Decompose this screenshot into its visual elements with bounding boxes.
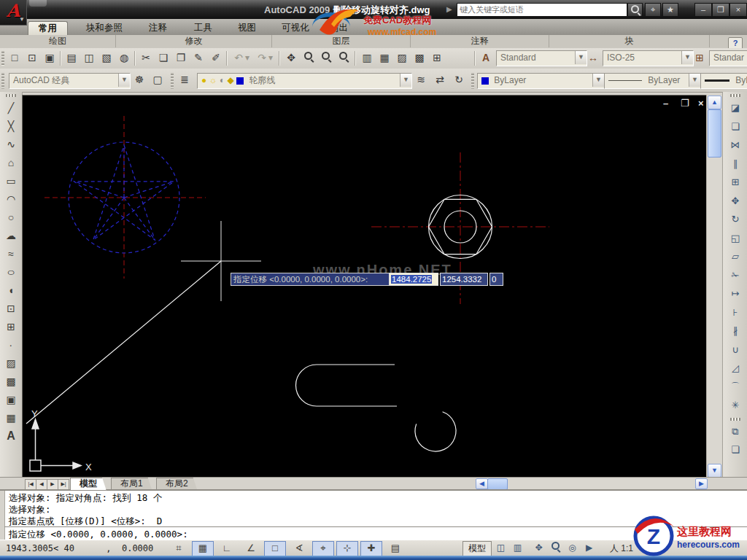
dim-style-icon[interactable] <box>585 50 601 66</box>
new-file-icon[interactable] <box>7 50 23 66</box>
polygon-icon[interactable] <box>3 154 19 172</box>
show-motion-icon[interactable] <box>581 541 597 555</box>
search-button[interactable] <box>627 3 643 17</box>
plot-icon[interactable] <box>63 50 80 66</box>
redo-dropdown-icon[interactable] <box>267 50 274 66</box>
match-properties-icon[interactable] <box>190 50 206 66</box>
ellipse-icon[interactable] <box>0 263 22 281</box>
copy-object-icon[interactable] <box>727 118 743 137</box>
break-icon[interactable] <box>727 322 743 341</box>
tab-tools[interactable]: 工具 <box>184 21 222 35</box>
layer-previous-icon[interactable] <box>432 72 448 88</box>
trim-icon[interactable] <box>727 267 743 286</box>
dropdown-arrow-icon[interactable]: ▼ <box>118 74 130 87</box>
tab-view[interactable]: 视图 <box>228 21 266 35</box>
linetype-dropdown[interactable]: ByLayer ▼ <box>604 73 701 89</box>
infocenter-search[interactable] <box>457 3 627 17</box>
communication-center-button[interactable]: ⌖ <box>645 3 661 17</box>
object-snap-tracking-toggle[interactable] <box>288 541 310 556</box>
drawing-area[interactable]: Y X www.nHome.NET 指定位移 <0.0000, 0.0000, … <box>22 95 708 478</box>
doc-minimize-button[interactable]: – <box>663 98 668 109</box>
line-entity[interactable] <box>26 261 221 424</box>
dropdown-arrow-icon[interactable]: ▼ <box>592 74 604 87</box>
stretch-icon[interactable] <box>727 248 743 267</box>
zoom-previous-icon[interactable] <box>336 50 352 66</box>
chamfer-icon[interactable] <box>727 359 743 378</box>
tab-model[interactable]: 模型 <box>70 478 107 491</box>
horizontal-scrollbar[interactable]: ◀ ▶ <box>476 478 708 489</box>
multiline-text-icon[interactable]: A <box>3 427 19 446</box>
lineweight-toggle[interactable] <box>360 541 382 556</box>
model-space-button[interactable]: 模型 <box>462 541 492 556</box>
designcenter-icon[interactable] <box>376 50 392 66</box>
table-style-dropdown[interactable]: Standar <box>709 50 747 66</box>
point-icon[interactable] <box>3 336 19 354</box>
vertical-scrollbar[interactable]: ▲ ▼ <box>706 95 721 477</box>
circle-icon[interactable] <box>3 209 19 227</box>
draworder-bring-front-icon[interactable] <box>727 423 743 442</box>
workspace-dropdown[interactable]: AutoCAD 经典 ▼ <box>9 73 131 89</box>
mirror-icon[interactable] <box>727 136 743 155</box>
grid-toggle[interactable] <box>192 541 214 556</box>
join-icon[interactable] <box>727 341 743 360</box>
tab-annotate[interactable]: 注释 <box>139 21 177 35</box>
color-dropdown[interactable]: ByLayer ▼ <box>477 73 605 89</box>
layer-viewport-icon[interactable]: ◐ <box>220 75 225 85</box>
object-snap-toggle[interactable] <box>264 541 286 556</box>
table-style-icon[interactable] <box>692 50 708 66</box>
scroll-right-button[interactable]: ▶ <box>695 478 708 489</box>
steering-wheel-icon[interactable] <box>565 541 580 555</box>
layer-thaw-icon[interactable]: ☼ <box>209 75 217 85</box>
extend-icon[interactable] <box>727 285 743 304</box>
scroll-left-button[interactable]: ◀ <box>476 478 488 489</box>
toolbar-grip[interactable] <box>1 73 4 89</box>
layer-on-bulb-icon[interactable]: ● <box>201 75 206 85</box>
gradient-icon[interactable] <box>3 373 19 391</box>
hatch-icon[interactable] <box>3 354 19 373</box>
minimize-button[interactable]: – <box>694 3 712 17</box>
dynamic-input-z[interactable]: 0 <box>489 273 503 286</box>
construction-line-icon[interactable] <box>3 117 19 136</box>
dynamic-ucs-toggle[interactable] <box>312 541 334 556</box>
snap-toggle[interactable] <box>168 541 190 556</box>
layer-dropdown[interactable]: ● ☼ ◐ ◆ 轮廓线 ▼ <box>197 73 412 89</box>
close-button[interactable]: × <box>729 3 747 17</box>
line-icon[interactable] <box>3 99 19 117</box>
workspace-save-icon[interactable] <box>150 72 166 88</box>
toolbar-grip[interactable] <box>1 51 4 66</box>
make-layer-current-icon[interactable] <box>413 72 429 88</box>
dynamic-input-toggle[interactable] <box>336 541 358 556</box>
layer-states-icon[interactable] <box>451 72 467 88</box>
toolbar-grip[interactable] <box>471 73 474 89</box>
polyline-icon[interactable] <box>3 136 19 154</box>
dim-style-dropdown[interactable]: ISO-25 ▼ <box>603 50 694 66</box>
scale-icon[interactable] <box>727 230 743 249</box>
arc-drawing[interactable] <box>415 412 456 451</box>
copy-clip-icon[interactable] <box>155 50 171 66</box>
dropdown-arrow-icon[interactable]: ▼ <box>689 74 700 87</box>
favorites-button[interactable]: ★ <box>662 3 678 17</box>
dropdown-arrow-icon[interactable]: ▼ <box>400 74 411 87</box>
toolbar-grip[interactable] <box>171 73 174 89</box>
workspace-settings-icon[interactable] <box>131 72 147 88</box>
zoom-status-button[interactable] <box>548 541 563 555</box>
horizontal-scroll-thumb[interactable] <box>487 478 508 490</box>
lineweight-dropdown[interactable]: ByL <box>700 73 747 89</box>
annotation-scale-control[interactable]: 人 1:1 <box>610 542 633 555</box>
insert-block-icon[interactable] <box>3 300 19 318</box>
fillet-icon[interactable] <box>727 378 743 397</box>
dynamic-input-x[interactable]: 1484.2725 <box>389 273 438 286</box>
doc-close-button[interactable]: × <box>698 98 704 109</box>
quick-access-toolbar[interactable] <box>29 0 47 7</box>
panel-block[interactable]: 块 <box>549 35 710 47</box>
block-editor-icon[interactable] <box>208 50 224 66</box>
coordinate-display[interactable]: 1943.3005< 40 , 0.0000 <box>6 543 153 553</box>
tab-next-button[interactable]: ▶ <box>47 479 58 490</box>
tab-last-button[interactable]: ▶| <box>58 479 69 490</box>
restore-button[interactable]: ❐ <box>712 3 729 17</box>
search-input[interactable] <box>457 4 631 15</box>
undo-dropdown-icon[interactable] <box>244 50 251 66</box>
rotate-icon[interactable] <box>727 211 743 230</box>
text-style-dropdown[interactable]: Standard ▼ <box>496 50 587 66</box>
move-icon[interactable] <box>727 192 743 211</box>
